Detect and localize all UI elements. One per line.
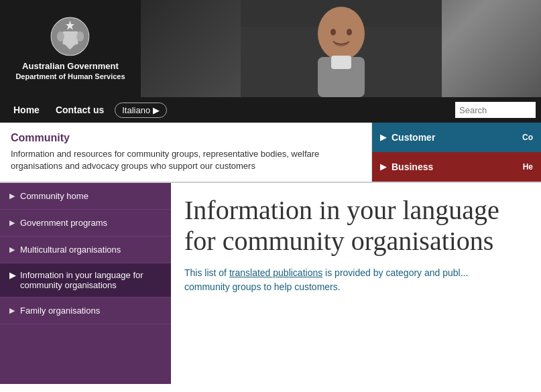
logo-block: Australian Government Department of Huma… [0, 0, 141, 97]
main-content: ▶ Community home ▶ Government programs ▶… [0, 183, 541, 384]
page-content: Information in your language for communi… [171, 183, 541, 384]
community-title: Community [11, 132, 361, 144]
community-description: Information and resources for community … [11, 148, 361, 172]
community-nav-buttons: ▶ Customer Co ▶ Business He [372, 123, 541, 182]
sidebar-arrow-icon: ▶ [9, 245, 15, 254]
nav-home[interactable]: Home [5, 97, 48, 123]
sidebar-label-government-programs: Government programs [20, 218, 107, 228]
sidebar-item-government-programs[interactable]: ▶ Government programs [0, 210, 171, 237]
sidebar-item-info-language[interactable]: ▶ Information in your language for commu… [0, 263, 171, 298]
header: Australian Government Department of Huma… [0, 0, 541, 97]
sidebar-label-community-home: Community home [20, 191, 88, 201]
business-button[interactable]: ▶ Business He [372, 152, 541, 182]
sidebar-label-info-language: Information in your language for communi… [20, 270, 162, 290]
business-arrow-icon: ▶ [380, 162, 386, 172]
svg-point-12 [347, 29, 352, 36]
page-intro-text2: is provided by category and publ... [322, 267, 468, 278]
sidebar-item-community-home[interactable]: ▶ Community home [0, 183, 171, 210]
sidebar-item-family[interactable]: ▶ Family organisations [0, 298, 171, 324]
search-input[interactable] [455, 102, 536, 118]
customer-arrow-icon: ▶ [380, 133, 386, 142]
sidebar: ▶ Community home ▶ Government programs ▶… [0, 183, 171, 384]
sidebar-arrow-icon: ▶ [9, 270, 16, 280]
gov-title: Australian Government [15, 61, 125, 71]
logo-text: Australian Government Department of Huma… [15, 61, 125, 80]
svg-point-11 [330, 29, 336, 36]
translated-publications-link[interactable]: translated publications [229, 267, 322, 278]
page-title: Information in your language for communi… [184, 195, 528, 257]
lang-selector[interactable]: Italiano ▶ [115, 103, 167, 118]
lang-label: Italiano [122, 105, 150, 115]
business-label: Business [392, 161, 433, 172]
customer-extra-label: Co [522, 133, 533, 142]
nav-bar: Home Contact us Italiano ▶ [0, 97, 541, 123]
community-info-block: Community Information and resources for … [0, 123, 372, 182]
customer-button[interactable]: ▶ Customer Co [372, 123, 541, 152]
sidebar-arrow-icon: ▶ [9, 306, 15, 315]
page-intro-text: This list of [184, 267, 229, 278]
coat-of-arms-icon [50, 17, 91, 57]
svg-point-4 [76, 31, 84, 42]
sidebar-label-family: Family organisations [20, 306, 100, 316]
hero-image [141, 0, 541, 97]
customer-label: Customer [392, 132, 435, 143]
business-extra-label: He [523, 162, 533, 172]
lang-arrow-icon: ▶ [153, 105, 160, 115]
sidebar-arrow-icon: ▶ [9, 192, 15, 200]
page-intro-text3: community groups to help customers. [184, 281, 341, 292]
sidebar-item-multicultural[interactable]: ▶ Multicultural organisations [0, 237, 171, 263]
nav-contact[interactable]: Contact us [48, 97, 112, 123]
svg-point-3 [57, 31, 64, 42]
svg-point-8 [318, 7, 365, 60]
svg-rect-10 [331, 56, 351, 69]
dept-title: Department of Human Services [15, 72, 125, 80]
sidebar-label-multicultural: Multicultural organisations [20, 245, 121, 255]
hero-portrait-icon [241, 0, 442, 97]
sidebar-arrow-icon: ▶ [9, 218, 15, 227]
page-intro: This list of translated publications is … [184, 266, 528, 294]
community-banner: Community Information and resources for … [0, 123, 541, 183]
